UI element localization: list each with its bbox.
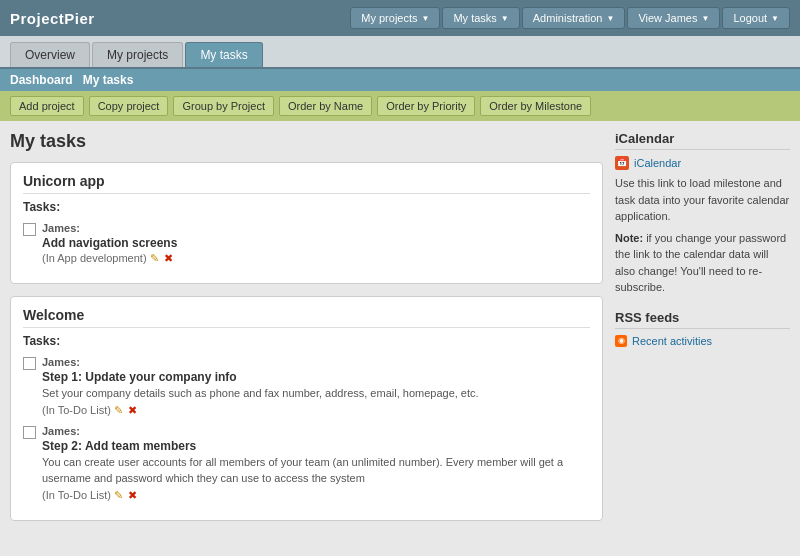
- task-checkbox[interactable]: [23, 357, 36, 370]
- nav-administration[interactable]: Administration ▼: [522, 7, 626, 29]
- sidebar-rss-section: RSS feeds ◉ Recent activities: [615, 310, 790, 347]
- edit-icon[interactable]: ✎: [114, 404, 123, 416]
- app-logo: ProjectPier: [10, 10, 95, 27]
- project-name-welcome: Welcome: [23, 307, 590, 328]
- rss-recent-activities-link[interactable]: ◉ Recent activities: [615, 335, 790, 347]
- tab-my-tasks[interactable]: My tasks: [185, 42, 262, 67]
- task-title[interactable]: Step 1: Update your company info: [42, 370, 590, 384]
- sidebar-rss-title: RSS feeds: [615, 310, 790, 329]
- tab-overview[interactable]: Overview: [10, 42, 90, 67]
- sidebar-icalendar-note: Note: if you change your password the li…: [615, 230, 790, 296]
- left-panel: My tasks Unicorn app Tasks: James: Add n…: [10, 131, 603, 533]
- task-checkbox[interactable]: [23, 223, 36, 236]
- order-by-name-button[interactable]: Order by Name: [279, 96, 372, 116]
- task-desc: Set your company details such as phone a…: [42, 386, 590, 401]
- chevron-down-icon: ▼: [422, 14, 430, 23]
- tab-bar: Overview My projects My tasks: [0, 36, 800, 69]
- icalendar-link[interactable]: 📅 iCalendar: [615, 156, 790, 170]
- project-section-welcome: Welcome Tasks: James: Step 1: Update you…: [10, 296, 603, 521]
- right-panel: iCalendar 📅 iCalendar Use this link to l…: [615, 131, 790, 533]
- chevron-down-icon: ▼: [702, 14, 710, 23]
- add-project-button[interactable]: Add project: [10, 96, 84, 116]
- task-checkbox[interactable]: [23, 426, 36, 439]
- task-content: James: Step 1: Update your company info …: [42, 356, 590, 417]
- calendar-icon: 📅: [615, 156, 629, 170]
- edit-icon[interactable]: ✎: [150, 252, 159, 264]
- task-meta: (In To-Do List) ✎ ✖: [42, 489, 590, 502]
- task-item: James: Step 2: Add team members You can …: [23, 425, 590, 502]
- sidebar-icalendar-desc: Use this link to load milestone and task…: [615, 175, 790, 225]
- breadcrumb-dashboard[interactable]: Dashboard: [10, 73, 73, 87]
- task-assignee: James:: [42, 356, 590, 368]
- task-title[interactable]: Step 2: Add team members: [42, 439, 590, 453]
- edit-icon[interactable]: ✎: [114, 489, 123, 501]
- order-by-milestone-button[interactable]: Order by Milestone: [480, 96, 591, 116]
- chevron-down-icon: ▼: [771, 14, 779, 23]
- delete-icon[interactable]: ✖: [128, 489, 137, 501]
- task-meta: (In To-Do List) ✎ ✖: [42, 404, 590, 417]
- main-content: My tasks Unicorn app Tasks: James: Add n…: [0, 121, 800, 543]
- nav-items: My projects ▼ My tasks ▼ Administration …: [350, 7, 790, 29]
- task-item: James: Step 1: Update your company info …: [23, 356, 590, 417]
- sidebar-icalendar-title: iCalendar: [615, 131, 790, 150]
- action-toolbar: Add project Copy project Group by Projec…: [0, 91, 800, 121]
- breadcrumb-my-tasks[interactable]: My tasks: [83, 73, 134, 87]
- rss-icon: ◉: [615, 335, 627, 347]
- page-title: My tasks: [10, 131, 603, 152]
- nav-logout[interactable]: Logout ▼: [722, 7, 790, 29]
- nav-my-tasks[interactable]: My tasks ▼: [442, 7, 519, 29]
- project-name-unicorn: Unicorn app: [23, 173, 590, 194]
- tasks-label-unicorn: Tasks:: [23, 200, 590, 214]
- breadcrumb-bar: Dashboard My tasks: [0, 69, 800, 91]
- task-meta: (In App development) ✎ ✖: [42, 252, 590, 265]
- task-content: James: Add navigation screens (In App de…: [42, 222, 590, 265]
- chevron-down-icon: ▼: [606, 14, 614, 23]
- task-title[interactable]: Add navigation screens: [42, 236, 590, 250]
- task-assignee: James:: [42, 222, 590, 234]
- nav-view-james[interactable]: View James ▼: [627, 7, 720, 29]
- tasks-label-welcome: Tasks:: [23, 334, 590, 348]
- order-by-priority-button[interactable]: Order by Priority: [377, 96, 475, 116]
- task-content: James: Step 2: Add team members You can …: [42, 425, 590, 502]
- task-desc: You can create user accounts for all mem…: [42, 455, 590, 486]
- top-nav-bar: ProjectPier My projects ▼ My tasks ▼ Adm…: [0, 0, 800, 36]
- nav-my-projects[interactable]: My projects ▼: [350, 7, 440, 29]
- chevron-down-icon: ▼: [501, 14, 509, 23]
- sidebar-icalendar-section: iCalendar 📅 iCalendar Use this link to l…: [615, 131, 790, 296]
- delete-icon[interactable]: ✖: [128, 404, 137, 416]
- group-by-project-button[interactable]: Group by Project: [173, 96, 274, 116]
- task-assignee: James:: [42, 425, 590, 437]
- project-section-unicorn: Unicorn app Tasks: James: Add navigation…: [10, 162, 603, 284]
- copy-project-button[interactable]: Copy project: [89, 96, 169, 116]
- tab-my-projects[interactable]: My projects: [92, 42, 183, 67]
- task-item: James: Add navigation screens (In App de…: [23, 222, 590, 265]
- delete-icon[interactable]: ✖: [164, 252, 173, 264]
